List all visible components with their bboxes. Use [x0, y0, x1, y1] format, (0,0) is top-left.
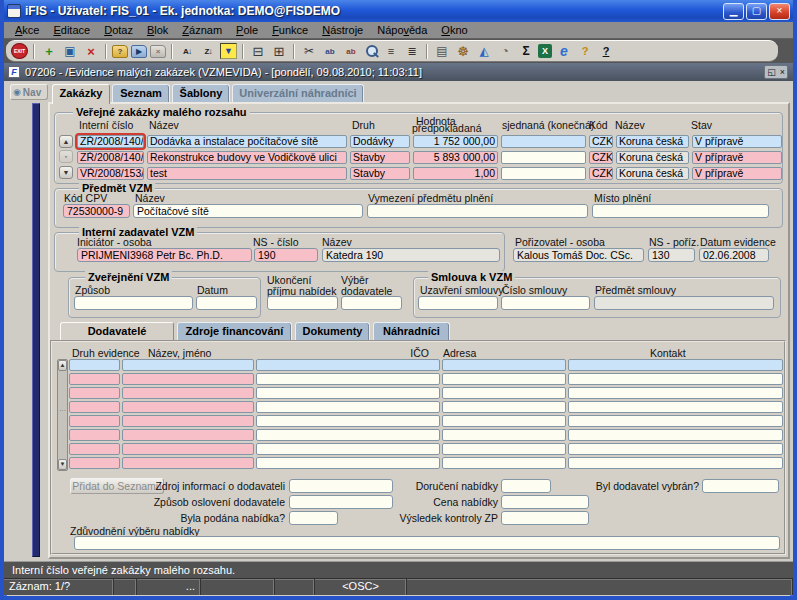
zpusob-field[interactable] [74, 296, 193, 310]
record-list-icon[interactable]: ≡ [382, 43, 400, 60]
scroll-up-icon[interactable]: ▲ [58, 360, 67, 371]
menu-blok[interactable]: Blok [140, 23, 175, 37]
clipboard-icon[interactable]: ▤ [433, 43, 451, 60]
enter-query-icon[interactable]: ? [112, 45, 128, 58]
cell-druh-evidence[interactable] [69, 373, 120, 385]
cell-ico[interactable] [256, 401, 440, 413]
find-icon[interactable] [363, 43, 379, 59]
print-icon[interactable]: ⊟ [249, 43, 267, 60]
cell-ico[interactable] [256, 443, 440, 455]
cell-kontakt[interactable] [568, 457, 783, 469]
doruceni-nabidky-field[interactable] [501, 479, 551, 493]
cell-ico[interactable] [256, 429, 440, 441]
cell-kontakt[interactable] [568, 387, 783, 399]
zverejneni-datum-field[interactable] [196, 296, 257, 310]
filter-icon[interactable]: ▼ [220, 43, 237, 59]
ukonceni-field[interactable] [267, 296, 338, 310]
cell-ico[interactable] [256, 457, 440, 469]
tab-seznam[interactable]: Seznam [112, 84, 170, 102]
menu-napoveda[interactable]: Nápověda [370, 23, 434, 37]
cell-nazev[interactable]: Dodávka a instalace počítačové sítě [147, 135, 347, 148]
help-icon[interactable]: ? [597, 43, 615, 60]
cell-druh-evidence[interactable] [69, 429, 120, 441]
cell-stav[interactable]: V přípravě [692, 135, 782, 148]
iniciator-field[interactable]: PRIJMENI3968 Petr Bc. Ph.D. [77, 248, 252, 262]
minimize-icon[interactable]: ▁ [723, 3, 744, 20]
cell-kontakt[interactable] [568, 429, 783, 441]
menu-dotaz[interactable]: Dotaz [97, 23, 140, 37]
tab-nahradnici[interactable]: Náhradníci [373, 322, 450, 340]
cell-adresa[interactable] [442, 401, 566, 413]
zduvodneni-field[interactable] [74, 536, 780, 550]
browser-icon[interactable]: e [555, 43, 573, 60]
cell-druh-evidence[interactable] [69, 387, 120, 399]
cena-nabidky-field[interactable] [501, 495, 589, 509]
vysledek-kontroly-field[interactable] [501, 511, 589, 525]
record-edit-icon[interactable]: ▪ [59, 150, 73, 163]
record-scroll-up-icon[interactable]: ▲ [59, 135, 73, 148]
cell-adresa[interactable] [442, 415, 566, 427]
cell-adresa[interactable] [442, 429, 566, 441]
cell-kontakt[interactable] [568, 443, 783, 455]
cell-adresa[interactable] [442, 443, 566, 455]
cell-kontakt[interactable] [568, 415, 783, 427]
maximize-icon[interactable]: ▢ [746, 3, 767, 20]
tab-zdroje-financovani[interactable]: Zdroje financování [177, 322, 292, 340]
copy-field-icon[interactable]: ab [321, 43, 339, 60]
cell-sjednana[interactable] [501, 151, 586, 164]
cell-druh-evidence[interactable] [69, 401, 120, 413]
cell-kontakt[interactable] [568, 373, 783, 385]
canvas-scrollbar[interactable] [32, 103, 40, 557]
excel-export-icon[interactable]: X [538, 44, 552, 58]
cell-nazev-jmeno[interactable] [122, 373, 254, 385]
cell-sjednana[interactable] [501, 135, 586, 148]
scroll-down-icon[interactable]: ▼ [58, 459, 67, 470]
doc-close-icon[interactable]: × [780, 66, 785, 78]
suppliers-scrollbar[interactable]: ▲ ··· ▼ [57, 359, 68, 471]
cell-kod[interactable]: CZK [589, 135, 613, 148]
cell-kontakt[interactable] [568, 359, 783, 371]
cell-druh-evidence[interactable] [69, 415, 120, 427]
restore-icon[interactable]: ◱ [767, 66, 776, 78]
cell-nazev[interactable]: Rekonstrukce budovy ve Vodičkově ulici [147, 151, 347, 164]
cell-kod[interactable]: CZK [589, 167, 613, 180]
cell-nazev-jmeno[interactable] [122, 415, 254, 427]
exit-icon[interactable]: EXIT [11, 43, 28, 59]
cell-kod[interactable]: CZK [589, 151, 613, 164]
print-setup-icon[interactable]: ⊞ [270, 43, 288, 60]
cell-adresa[interactable] [442, 373, 566, 385]
paste-field-icon[interactable]: ab [342, 43, 360, 60]
record-scroll-down-icon[interactable]: ▼ [59, 166, 73, 179]
cell-ico[interactable] [256, 373, 440, 385]
insert-record-icon[interactable]: + [40, 43, 58, 60]
cell-ico[interactable] [256, 387, 440, 399]
cell-interni-cislo[interactable]: ZŘ/2008/140/002 [77, 151, 144, 164]
cell-nazev-jmeno[interactable] [122, 401, 254, 413]
close-icon[interactable]: × [769, 3, 790, 20]
helm-icon[interactable]: ☸ [454, 43, 472, 60]
cell-sjednana[interactable] [501, 167, 586, 180]
cell-ico[interactable] [256, 415, 440, 427]
menu-editace[interactable]: Editace [46, 23, 97, 37]
menu-zaznam[interactable]: Záznam [175, 23, 229, 37]
tab-zakazky[interactable]: Zakázky [52, 84, 110, 104]
cell-druh[interactable]: Stavby [350, 151, 410, 164]
zdroj-informaci-field[interactable] [289, 479, 393, 493]
cell-interni-cislo[interactable]: ZŘ/2008/140/003 [77, 135, 144, 148]
cislo-smlouvy-field[interactable] [501, 296, 590, 310]
uzavreni-smlouvy-field[interactable] [418, 296, 498, 310]
cell-adresa[interactable] [442, 457, 566, 469]
cell-druh[interactable]: Dodávky [350, 135, 410, 148]
cell-hodnota[interactable]: 1,00 [413, 167, 498, 180]
byla-podana-nabidka-field[interactable] [289, 511, 338, 525]
cell-hodnota[interactable]: 5 893 000,00 [413, 151, 498, 164]
delete-record-icon[interactable]: × [82, 43, 100, 60]
cell-nazev-jmeno[interactable] [122, 359, 254, 371]
cell-druh-evidence[interactable] [69, 443, 120, 455]
duplicate-record-icon[interactable]: ▣ [61, 43, 79, 60]
cell-nazev-jmeno[interactable] [122, 387, 254, 399]
sort-ascending-icon[interactable]: A↓ [178, 43, 196, 60]
byl-dodavatel-vybran-field[interactable] [702, 479, 779, 493]
menu-pole[interactable]: Pole [229, 23, 265, 37]
menu-nastroje[interactable]: Nástroje [315, 23, 370, 37]
